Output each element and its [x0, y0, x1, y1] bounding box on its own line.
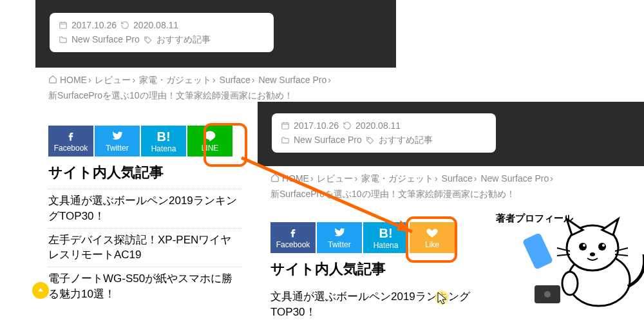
twitter-label: Twitter	[106, 144, 128, 153]
section-heading: サイト内人気記事	[48, 163, 242, 182]
twitter-button[interactable]: Twitter	[95, 126, 140, 156]
svg-point-12	[579, 243, 587, 251]
mascot-cat	[522, 216, 644, 319]
facebook-label: Facebook	[54, 144, 88, 153]
hatena-button[interactable]: B!Hatena	[363, 222, 408, 253]
crumb-home[interactable]: HOME	[60, 75, 87, 85]
facebook-button[interactable]: Facebook	[270, 222, 316, 253]
svg-rect-7	[522, 232, 553, 270]
section-heading: サイト内人気記事	[270, 260, 477, 279]
tag-link[interactable]: おすすめ記事	[156, 32, 211, 46]
update-date: 2020.08.11	[355, 118, 401, 133]
svg-rect-2	[282, 123, 289, 129]
line-button[interactable]: LINE	[187, 126, 232, 156]
update-icon	[120, 21, 129, 30]
share-bar: Facebook Twitter B!Hatena Like	[270, 222, 477, 253]
like-label: Like	[425, 240, 439, 249]
hatena-button[interactable]: B!Hatena	[141, 126, 186, 156]
calendar-icon	[59, 21, 68, 30]
popular-article[interactable]: 左手デバイス探訪記！XP-PENワイヤレスリモートAC19	[48, 228, 242, 267]
share-bar: Facebook Twitter B!Hatena LINE	[48, 126, 242, 156]
line-label: LINE	[202, 144, 219, 153]
popular-article[interactable]: 電子ノートWG-S50が紙やスマホに勝る魅力10選！	[48, 267, 242, 306]
meta-box: 2017.10.26 2020.08.11 New Surface Pro おす…	[272, 113, 496, 153]
scroll-top-button[interactable]	[32, 282, 49, 299]
hatena-mark-icon: B!	[379, 226, 392, 241]
update-date: 2020.08.11	[133, 18, 178, 32]
svg-point-16	[590, 252, 595, 256]
hatena-mark-icon: B!	[156, 129, 170, 144]
crumb-surface[interactable]: Surface	[442, 173, 473, 184]
svg-point-3	[368, 138, 368, 139]
update-icon	[343, 121, 352, 130]
folder-icon	[59, 35, 68, 44]
category-link[interactable]: New Surface Pro	[294, 133, 362, 147]
tag-link[interactable]: おすすめ記事	[379, 133, 433, 147]
home-icon	[270, 173, 279, 182]
svg-point-17	[562, 272, 578, 295]
crumb-review[interactable]: レビュー	[317, 173, 353, 184]
crumb-review[interactable]: レビュー	[95, 75, 131, 85]
svg-point-1	[146, 38, 146, 39]
crumb-surface[interactable]: Surface	[220, 75, 251, 85]
crumb-nsp[interactable]: New Surface Pro	[480, 173, 549, 184]
svg-rect-0	[60, 23, 67, 28]
svg-point-13	[598, 243, 606, 251]
hatena-label: Hatena	[151, 144, 176, 153]
svg-point-14	[583, 244, 585, 247]
hatena-label: Hatena	[374, 241, 399, 250]
facebook-button[interactable]: Facebook	[48, 126, 93, 156]
crumb-nsp[interactable]: New Surface Pro	[258, 75, 327, 85]
facebook-label: Facebook	[276, 240, 310, 249]
calendar-icon	[281, 121, 290, 130]
post-date: 2017.10.26	[71, 18, 117, 32]
twitter-label: Twitter	[328, 240, 350, 249]
crumb-gadget[interactable]: 家電・ガジェット	[361, 173, 433, 184]
svg-point-9	[544, 291, 551, 298]
crumb-title: 新SurfaceProを選ぶ10の理由！文筆家絵師漫画家にお勧め！	[270, 189, 515, 199]
like-button[interactable]: Like	[410, 222, 455, 253]
breadcrumb: HOME› レビュー› 家電・ガジェット› Surface› New Surfa…	[258, 166, 644, 207]
tag-icon	[144, 35, 153, 44]
popular-article[interactable]: 文具通が選ぶボールペン2019ランキングTOP30！	[48, 189, 242, 228]
meta-box: 2017.10.26 2020.08.11 New Surface Pro おす…	[50, 13, 274, 52]
folder-icon	[281, 136, 290, 145]
svg-point-15	[602, 244, 605, 247]
home-icon	[48, 75, 57, 84]
category-link[interactable]: New Surface Pro	[71, 32, 140, 46]
tag-icon	[366, 136, 375, 145]
twitter-button[interactable]: Twitter	[317, 222, 362, 253]
crumb-title: 新SurfaceProを選ぶ10の理由！文筆家絵師漫画家にお勧め！	[48, 90, 293, 100]
post-date: 2017.10.26	[294, 118, 339, 133]
crumb-home[interactable]: HOME	[282, 173, 309, 184]
cursor-icon	[434, 290, 453, 309]
crumb-gadget[interactable]: 家電・ガジェット	[139, 75, 211, 85]
